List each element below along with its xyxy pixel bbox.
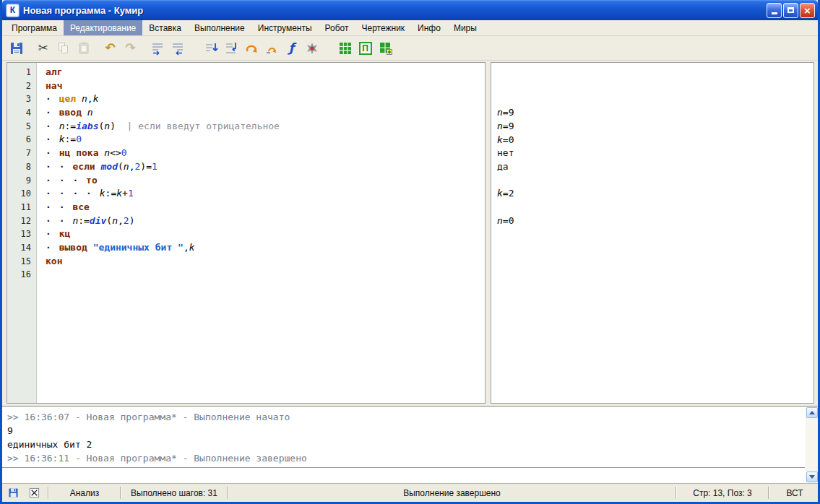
save-status-icon xyxy=(8,487,19,498)
console-line: 9 xyxy=(7,424,800,438)
token-op: ( xyxy=(106,215,112,226)
status-separator xyxy=(227,487,228,499)
token-kw: то xyxy=(86,175,98,186)
code-line[interactable]: ·нц пока n<>0 xyxy=(46,147,485,160)
undo-button[interactable]: ↶ xyxy=(100,39,120,58)
status-steps: Выполнено шагов: 31 xyxy=(124,488,225,498)
save-button[interactable] xyxy=(7,39,26,58)
code-line[interactable]: алг xyxy=(46,66,485,79)
code-line[interactable] xyxy=(46,268,485,282)
evaluate-icon: ƒ xyxy=(289,42,294,54)
run-icon xyxy=(244,41,259,56)
main-area: 12345678910111213141516 алгнач·цел n,k·в… xyxy=(2,61,818,406)
console-scrollbar[interactable] xyxy=(806,407,818,482)
menu-run[interactable]: Выполнение xyxy=(188,20,251,35)
indent-button[interactable] xyxy=(147,39,167,58)
indent-icon xyxy=(150,41,165,56)
scroll-down-button[interactable] xyxy=(806,472,818,482)
menu-robot[interactable]: Робот xyxy=(319,20,355,35)
step-button[interactable] xyxy=(262,39,281,58)
evaluate-button[interactable]: ƒ xyxy=(282,39,301,58)
status-separator xyxy=(768,487,769,499)
token-op: =0 xyxy=(503,134,514,145)
margin-value: n=0 xyxy=(497,214,514,228)
console-line: >> 16:36:11 - Новая программа* - Выполне… xyxy=(7,451,800,465)
toolbar: ✂ ↶ ↷ xyxy=(2,36,818,61)
line-number: 5 xyxy=(7,120,36,134)
code-line[interactable]: нач xyxy=(46,79,485,93)
scroll-up-button[interactable] xyxy=(806,407,818,418)
run-button[interactable] xyxy=(241,39,261,58)
redo-icon: ↷ xyxy=(125,42,135,54)
robot-field-edit-button[interactable] xyxy=(376,39,395,58)
code-line[interactable]: ·цел n,k xyxy=(46,92,485,106)
paste-icon xyxy=(77,41,91,56)
token-dot: · xyxy=(46,201,59,214)
minimize-icon xyxy=(772,12,777,14)
insert-mark-button[interactable] xyxy=(201,39,220,58)
code-line[interactable]: ··n:=div(n,2) xyxy=(46,214,485,228)
token-fn: mod xyxy=(101,161,118,172)
token-dot: · xyxy=(86,187,100,201)
console-area: >> 16:36:07 - Новая программа* - Выполне… xyxy=(2,406,818,483)
insert-mark-down-button[interactable] xyxy=(221,39,241,58)
code-area[interactable]: алгнач·цел n,k·ввод n·n:=iabs(n) | если … xyxy=(37,63,485,403)
menu-tools[interactable]: Инструменты xyxy=(251,20,319,35)
token-word: да xyxy=(497,161,509,172)
token-op: )= xyxy=(140,161,152,172)
line-number: 2 xyxy=(7,79,36,93)
title-bar[interactable]: К Новая программа - Кумир × xyxy=(2,0,818,20)
menu-drawer[interactable]: Чертежник xyxy=(355,20,412,35)
status-bar: Анализ Выполнено шагов: 31 Выполнение за… xyxy=(2,483,818,502)
code-line[interactable]: ·ввод n xyxy=(46,106,485,120)
scroll-track[interactable] xyxy=(806,418,818,472)
menu-worlds[interactable]: Миры xyxy=(447,20,483,35)
status-separator xyxy=(48,487,49,499)
minimize-button[interactable] xyxy=(767,3,782,18)
line-number: 16 xyxy=(7,268,36,282)
copy-button[interactable] xyxy=(53,39,73,58)
code-line[interactable]: ·вывод "единичных бит ",k xyxy=(46,241,485,255)
line-number: 15 xyxy=(7,255,36,269)
token-op: + xyxy=(122,188,128,199)
code-line[interactable]: ·кц xyxy=(46,227,485,241)
line-number: 11 xyxy=(7,201,36,214)
stop-icon xyxy=(305,41,319,56)
robot-field-button[interactable] xyxy=(335,39,355,58)
code-line[interactable]: ··все xyxy=(46,201,485,214)
token-op: =2 xyxy=(503,188,514,199)
token-str: "единичных бит " xyxy=(93,242,184,253)
maximize-button[interactable] xyxy=(783,3,798,18)
menu-edit[interactable]: Редактирование xyxy=(64,20,142,35)
token-op: ( xyxy=(118,161,124,172)
menu-info[interactable]: Инфо xyxy=(411,20,447,35)
margin-value: да xyxy=(497,160,509,174)
token-dot: · xyxy=(46,106,59,120)
paste-button[interactable] xyxy=(74,39,93,58)
margin-pane: n=9n=9k=0нетдаk=2n=0 xyxy=(491,62,814,404)
redo-button[interactable]: ↷ xyxy=(121,39,140,58)
token-var: k xyxy=(93,93,99,104)
line-number: 3 xyxy=(7,92,36,106)
token-var: k xyxy=(497,188,503,199)
code-line[interactable]: ·n:=iabs(n) | если введут отрицательное xyxy=(46,120,485,134)
status-separator xyxy=(120,487,121,499)
cut-button[interactable]: ✂ xyxy=(33,39,53,58)
code-line[interactable]: ··если mod(n,2)=1 xyxy=(46,160,485,174)
code-line[interactable]: ·k:=0 xyxy=(46,133,485,147)
console-output[interactable]: >> 16:36:07 - Новая программа* - Выполне… xyxy=(2,407,818,465)
close-button[interactable]: × xyxy=(800,3,815,18)
window-title: Новая программа - Кумир xyxy=(23,5,767,16)
token-var: n xyxy=(497,215,503,226)
robot-pult-button[interactable]: П xyxy=(355,39,375,58)
code-line[interactable]: ····k:=k+1 xyxy=(46,187,485,201)
stop-button[interactable] xyxy=(302,39,321,58)
menu-insert[interactable]: Вставка xyxy=(142,20,188,35)
outdent-button[interactable] xyxy=(168,39,187,58)
pane-splitter[interactable] xyxy=(485,62,491,404)
status-cursor-position: Стр: 13, Поз: 3 xyxy=(679,488,766,498)
code-line[interactable]: ···то xyxy=(46,174,485,188)
line-number: 1 xyxy=(7,66,36,79)
code-line[interactable]: кон xyxy=(46,255,485,269)
menu-program[interactable]: Программа xyxy=(5,20,64,35)
